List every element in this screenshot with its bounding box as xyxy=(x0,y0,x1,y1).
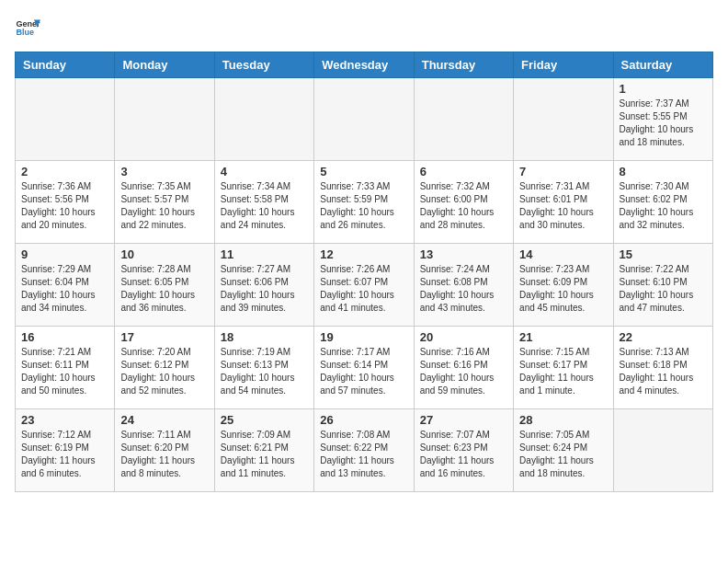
day-cell: 2Sunrise: 7:36 AM Sunset: 5:56 PM Daylig… xyxy=(16,161,115,244)
day-cell: 19Sunrise: 7:17 AM Sunset: 6:14 PM Dayli… xyxy=(314,327,414,409)
day-cell: 11Sunrise: 7:27 AM Sunset: 6:06 PM Dayli… xyxy=(214,244,313,327)
day-cell xyxy=(214,78,313,161)
day-info: Sunrise: 7:11 AM Sunset: 6:20 PM Dayligh… xyxy=(120,429,208,480)
day-number: 1 xyxy=(620,82,707,96)
day-cell xyxy=(414,78,513,161)
calendar-table: SundayMondayTuesdayWednesdayThursdayFrid… xyxy=(15,52,713,492)
day-cell: 14Sunrise: 7:23 AM Sunset: 6:09 PM Dayli… xyxy=(514,244,613,327)
day-info: Sunrise: 7:36 AM Sunset: 5:56 PM Dayligh… xyxy=(21,180,108,232)
day-number: 19 xyxy=(320,330,407,344)
week-row-5: 23Sunrise: 7:12 AM Sunset: 6:19 PM Dayli… xyxy=(16,409,713,492)
day-info: Sunrise: 7:20 AM Sunset: 6:12 PM Dayligh… xyxy=(120,346,208,397)
day-number: 17 xyxy=(120,330,208,344)
day-info: Sunrise: 7:12 AM Sunset: 6:19 PM Dayligh… xyxy=(21,429,108,480)
day-info: Sunrise: 7:09 AM Sunset: 6:21 PM Dayligh… xyxy=(221,429,308,480)
logo-icon: General Blue xyxy=(15,15,40,40)
day-number: 16 xyxy=(21,330,108,344)
day-cell: 9Sunrise: 7:29 AM Sunset: 6:04 PM Daylig… xyxy=(16,244,115,327)
day-info: Sunrise: 7:21 AM Sunset: 6:11 PM Dayligh… xyxy=(21,346,108,397)
day-cell: 26Sunrise: 7:08 AM Sunset: 6:22 PM Dayli… xyxy=(314,409,414,492)
day-info: Sunrise: 7:34 AM Sunset: 5:58 PM Dayligh… xyxy=(221,180,308,232)
weekday-header-tuesday: Tuesday xyxy=(214,52,313,78)
day-info: Sunrise: 7:19 AM Sunset: 6:13 PM Dayligh… xyxy=(221,346,308,397)
day-cell: 3Sunrise: 7:35 AM Sunset: 5:57 PM Daylig… xyxy=(115,161,214,244)
day-info: Sunrise: 7:15 AM Sunset: 6:17 PM Dayligh… xyxy=(519,346,607,397)
day-cell: 17Sunrise: 7:20 AM Sunset: 6:12 PM Dayli… xyxy=(115,327,214,409)
day-info: Sunrise: 7:16 AM Sunset: 6:16 PM Dayligh… xyxy=(420,346,507,397)
day-cell: 27Sunrise: 7:07 AM Sunset: 6:23 PM Dayli… xyxy=(414,409,513,492)
day-number: 27 xyxy=(420,413,507,427)
day-cell: 10Sunrise: 7:28 AM Sunset: 6:05 PM Dayli… xyxy=(115,244,214,327)
day-number: 9 xyxy=(21,247,108,261)
day-cell: 22Sunrise: 7:13 AM Sunset: 6:18 PM Dayli… xyxy=(613,327,712,409)
day-number: 25 xyxy=(221,413,308,427)
week-row-2: 2Sunrise: 7:36 AM Sunset: 5:56 PM Daylig… xyxy=(16,161,713,244)
day-cell: 5Sunrise: 7:33 AM Sunset: 5:59 PM Daylig… xyxy=(314,161,414,244)
weekday-header-thursday: Thursday xyxy=(414,52,513,78)
day-number: 24 xyxy=(120,413,208,427)
day-number: 7 xyxy=(519,165,607,178)
weekday-header-monday: Monday xyxy=(115,52,214,78)
day-cell: 8Sunrise: 7:30 AM Sunset: 6:02 PM Daylig… xyxy=(613,161,712,244)
day-number: 15 xyxy=(620,247,707,261)
day-info: Sunrise: 7:33 AM Sunset: 5:59 PM Dayligh… xyxy=(320,180,407,232)
day-info: Sunrise: 7:27 AM Sunset: 6:06 PM Dayligh… xyxy=(221,263,308,315)
day-cell: 1Sunrise: 7:37 AM Sunset: 5:55 PM Daylig… xyxy=(613,78,712,161)
day-info: Sunrise: 7:30 AM Sunset: 6:02 PM Dayligh… xyxy=(620,180,707,232)
day-info: Sunrise: 7:37 AM Sunset: 5:55 PM Dayligh… xyxy=(620,98,707,149)
day-cell xyxy=(314,78,414,161)
day-info: Sunrise: 7:32 AM Sunset: 6:00 PM Dayligh… xyxy=(420,180,507,232)
day-number: 4 xyxy=(221,165,308,178)
day-cell: 20Sunrise: 7:16 AM Sunset: 6:16 PM Dayli… xyxy=(414,327,513,409)
svg-text:Blue: Blue xyxy=(16,28,34,37)
day-number: 22 xyxy=(620,330,707,344)
day-number: 6 xyxy=(420,165,507,178)
day-info: Sunrise: 7:22 AM Sunset: 6:10 PM Dayligh… xyxy=(620,263,707,315)
day-cell: 21Sunrise: 7:15 AM Sunset: 6:17 PM Dayli… xyxy=(514,327,613,409)
day-info: Sunrise: 7:24 AM Sunset: 6:08 PM Dayligh… xyxy=(420,263,507,315)
week-row-1: 1Sunrise: 7:37 AM Sunset: 5:55 PM Daylig… xyxy=(16,78,713,161)
day-number: 3 xyxy=(120,165,208,178)
day-number: 5 xyxy=(320,165,407,178)
day-number: 18 xyxy=(221,330,308,344)
day-info: Sunrise: 7:07 AM Sunset: 6:23 PM Dayligh… xyxy=(420,429,507,480)
week-row-3: 9Sunrise: 7:29 AM Sunset: 6:04 PM Daylig… xyxy=(16,244,713,327)
day-cell: 15Sunrise: 7:22 AM Sunset: 6:10 PM Dayli… xyxy=(613,244,712,327)
day-cell: 24Sunrise: 7:11 AM Sunset: 6:20 PM Dayli… xyxy=(115,409,214,492)
day-cell xyxy=(613,409,712,492)
day-info: Sunrise: 7:08 AM Sunset: 6:22 PM Dayligh… xyxy=(320,429,407,480)
weekday-header-friday: Friday xyxy=(514,52,613,78)
day-number: 26 xyxy=(320,413,407,427)
day-cell xyxy=(16,78,115,161)
day-number: 12 xyxy=(320,247,407,261)
weekday-header-row: SundayMondayTuesdayWednesdayThursdayFrid… xyxy=(16,52,713,78)
day-cell: 23Sunrise: 7:12 AM Sunset: 6:19 PM Dayli… xyxy=(16,409,115,492)
day-info: Sunrise: 7:28 AM Sunset: 6:05 PM Dayligh… xyxy=(120,263,208,315)
logo: General Blue xyxy=(15,15,40,40)
day-info: Sunrise: 7:29 AM Sunset: 6:04 PM Dayligh… xyxy=(21,263,108,315)
day-cell: 6Sunrise: 7:32 AM Sunset: 6:00 PM Daylig… xyxy=(414,161,513,244)
day-cell: 16Sunrise: 7:21 AM Sunset: 6:11 PM Dayli… xyxy=(16,327,115,409)
day-number: 10 xyxy=(120,247,208,261)
day-cell: 25Sunrise: 7:09 AM Sunset: 6:21 PM Dayli… xyxy=(214,409,313,492)
day-number: 14 xyxy=(519,247,607,261)
week-row-4: 16Sunrise: 7:21 AM Sunset: 6:11 PM Dayli… xyxy=(16,327,713,409)
day-cell: 7Sunrise: 7:31 AM Sunset: 6:01 PM Daylig… xyxy=(514,161,613,244)
day-number: 2 xyxy=(21,165,108,178)
day-info: Sunrise: 7:31 AM Sunset: 6:01 PM Dayligh… xyxy=(519,180,607,232)
day-info: Sunrise: 7:05 AM Sunset: 6:24 PM Dayligh… xyxy=(519,429,607,480)
day-cell: 18Sunrise: 7:19 AM Sunset: 6:13 PM Dayli… xyxy=(214,327,313,409)
day-number: 28 xyxy=(519,413,607,427)
day-cell: 12Sunrise: 7:26 AM Sunset: 6:07 PM Dayli… xyxy=(314,244,414,327)
page-header: General Blue xyxy=(15,15,713,40)
day-number: 11 xyxy=(221,247,308,261)
day-cell xyxy=(514,78,613,161)
weekday-header-wednesday: Wednesday xyxy=(314,52,414,78)
weekday-header-sunday: Sunday xyxy=(16,52,115,78)
weekday-header-saturday: Saturday xyxy=(613,52,712,78)
day-cell: 28Sunrise: 7:05 AM Sunset: 6:24 PM Dayli… xyxy=(514,409,613,492)
day-info: Sunrise: 7:17 AM Sunset: 6:14 PM Dayligh… xyxy=(320,346,407,397)
day-info: Sunrise: 7:35 AM Sunset: 5:57 PM Dayligh… xyxy=(120,180,208,232)
day-cell: 13Sunrise: 7:24 AM Sunset: 6:08 PM Dayli… xyxy=(414,244,513,327)
day-number: 23 xyxy=(21,413,108,427)
